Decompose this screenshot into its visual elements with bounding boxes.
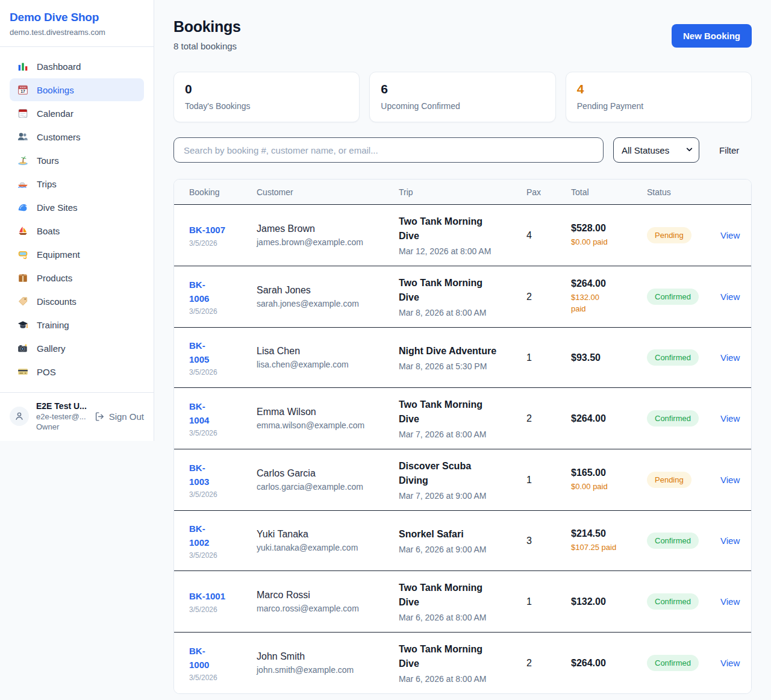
booking-id-link[interactable]: BK-1001 (189, 589, 251, 603)
booking-id-link[interactable]: BK-1003 (189, 461, 251, 489)
column-header-status: Status (647, 187, 714, 197)
pax-cell: 2 (526, 404, 571, 434)
page-title: Bookings (173, 18, 241, 36)
brand-title[interactable]: Demo Dive Shop (10, 11, 144, 24)
sidebar-item-pos[interactable]: POS (10, 360, 144, 383)
status-filter-select[interactable]: All Statuses (613, 137, 699, 163)
amount-paid: $132.00paid (571, 292, 641, 315)
table-row: BK-10053/5/2026Lisa Chenlisa.chen@exampl… (174, 328, 751, 388)
customer-name: Marco Rossi (257, 590, 393, 601)
sidebar-item-discounts[interactable]: Discounts (10, 290, 144, 313)
trip-name: Two Tank MorningDive (399, 642, 520, 671)
booking-id-link[interactable]: BK-1002 (189, 522, 251, 550)
booking-id-link[interactable]: BK-1000 (189, 644, 251, 672)
booking-id-link[interactable]: BK-1006 (189, 278, 251, 306)
customer-name: Carlos Garcia (257, 468, 393, 479)
booking-id-link[interactable]: BK-1007 (189, 223, 251, 237)
sidebar-item-bookings[interactable]: 17Bookings (10, 78, 144, 101)
sign-out-button[interactable]: Sign Out (95, 411, 144, 422)
booking-cell: BK-10063/5/2026 (189, 268, 257, 326)
booking-id-link[interactable]: BK-1005 (189, 339, 251, 367)
sidebar-item-training[interactable]: Training (10, 313, 144, 336)
package-icon (17, 272, 28, 283)
status-badge: Confirmed (647, 533, 699, 549)
view-link[interactable]: View (714, 536, 740, 546)
speedboat-icon (17, 178, 28, 189)
booking-date: 3/5/2026 (189, 551, 251, 560)
view-cell: View (714, 465, 751, 495)
status-cell: Pending (647, 462, 714, 498)
sidebar-item-gallery[interactable]: Gallery (10, 337, 144, 360)
view-link[interactable]: View (714, 658, 740, 668)
table-row: BK-10023/5/2026Yuki Tanakayuki.tanaka@ex… (174, 511, 751, 571)
sidebar-nav: Dashboard17BookingsCalendarCustomersTour… (0, 47, 154, 392)
column-header-customer: Customer (257, 187, 399, 197)
customer-email: yuki.tanaka@example.com (257, 543, 393, 552)
view-link[interactable]: View (714, 596, 740, 607)
tearoff-calendar-icon (17, 108, 28, 119)
booking-date: 3/5/2026 (189, 605, 251, 614)
sidebar-item-equipment[interactable]: Equipment (10, 243, 144, 266)
sidebar-item-calendar[interactable]: Calendar (10, 102, 144, 125)
pax-cell: 2 (526, 648, 571, 678)
stat-label: Today's Bookings (185, 101, 348, 111)
view-cell: View (714, 404, 751, 434)
stats-row: 0 Today's Bookings 6 Upcoming Confirmed … (173, 72, 752, 122)
table-row: BK-10073/5/2026James Brownjames.brown@ex… (174, 205, 751, 266)
tag-icon (17, 296, 28, 307)
svg-text:17: 17 (20, 89, 25, 93)
trip-name: Discover ScubaDiving (399, 459, 520, 488)
sidebar-item-customers[interactable]: Customers (10, 125, 144, 148)
sign-out-icon (95, 411, 105, 422)
stat-label: Pending Payment (577, 101, 740, 111)
customer-cell: Emma Wilsonemma.wilson@example.com (257, 397, 399, 440)
filter-button[interactable]: Filter (719, 145, 739, 155)
sidebar-item-label: Trips (37, 179, 57, 189)
view-link[interactable]: View (714, 230, 740, 240)
trip-date: Mar 8, 2026 at 8:00 AM (399, 308, 520, 317)
customer-name: James Brown (257, 223, 393, 234)
sidebar-item-label: Products (37, 273, 72, 283)
trip-cell: Two Tank MorningDiveMar 6, 2026 at 8:00 … (399, 571, 526, 632)
bookings-calendar-icon: 17 (17, 84, 28, 95)
total-cell: $528.00$0.00 paid (571, 213, 647, 258)
trip-cell: Two Tank MorningDiveMar 8, 2026 at 8:00 … (399, 266, 526, 327)
status-filter: All Statuses (613, 137, 699, 163)
pax-cell: 1 (526, 587, 571, 617)
view-link[interactable]: View (714, 413, 740, 423)
amount-paid: $0.00 paid (571, 237, 641, 248)
brand: Demo Dive Shop demo.test.divestreams.com (0, 0, 154, 47)
view-link[interactable]: View (714, 292, 740, 302)
stat-label: Upcoming Confirmed (381, 101, 544, 111)
sidebar-item-dive-sites[interactable]: Dive Sites (10, 196, 144, 219)
total-amount: $264.00 (571, 278, 641, 289)
sidebar-item-trips[interactable]: Trips (10, 172, 144, 195)
table-row: BK-10013/5/2026Marco Rossimarco.rossi@ex… (174, 571, 751, 633)
search-input[interactable] (173, 137, 604, 163)
sidebar-item-dashboard[interactable]: Dashboard (10, 55, 144, 78)
pax-cell: 4 (526, 220, 571, 251)
wave-icon (17, 202, 28, 213)
status-cell: Confirmed (647, 584, 714, 619)
view-link[interactable]: View (714, 475, 740, 485)
trip-name: Two Tank MorningDive (399, 398, 520, 427)
sidebar-item-boats[interactable]: Boats (10, 219, 144, 242)
trip-date: Mar 6, 2026 at 9:00 AM (399, 545, 520, 554)
column-header-trip: Trip (399, 187, 526, 197)
view-link[interactable]: View (714, 352, 740, 363)
trip-cell: Two Tank MorningDiveMar 6, 2026 at 8:00 … (399, 633, 526, 693)
sidebar-item-products[interactable]: Products (10, 266, 144, 289)
status-badge: Confirmed (647, 655, 699, 671)
new-booking-button[interactable]: New Booking (672, 24, 752, 48)
sidebar-item-label: Discounts (37, 296, 76, 307)
pax-cell: 3 (526, 526, 571, 556)
booking-id-link[interactable]: BK-1004 (189, 399, 251, 428)
trip-date: Mar 7, 2026 at 8:00 AM (399, 430, 520, 439)
total-cell: $264.00 (571, 648, 647, 678)
customer-name: Emma Wilson (257, 407, 393, 417)
status-cell: Confirmed (647, 523, 714, 558)
sidebar-item-tours[interactable]: Tours (10, 149, 144, 172)
status-badge: Confirmed (647, 349, 699, 366)
booking-cell: BK-10073/5/2026 (189, 213, 257, 257)
booking-date: 3/5/2026 (189, 490, 251, 499)
